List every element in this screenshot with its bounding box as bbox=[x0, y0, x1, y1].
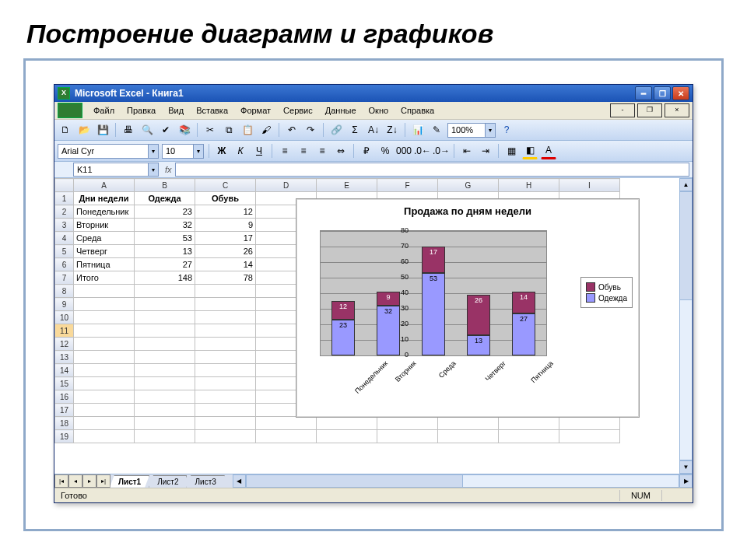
cell[interactable] bbox=[74, 417, 135, 430]
cell[interactable] bbox=[317, 417, 377, 430]
cell[interactable]: Понедельник bbox=[74, 205, 135, 219]
row-header[interactable]: 13 bbox=[55, 351, 74, 364]
cell[interactable] bbox=[74, 285, 135, 298]
cell[interactable] bbox=[195, 311, 256, 324]
print-preview-icon[interactable]: 🔍 bbox=[139, 122, 155, 138]
cell[interactable] bbox=[74, 351, 135, 364]
merge-center-icon[interactable]: ⇔ bbox=[333, 143, 349, 159]
open-icon[interactable]: 📂 bbox=[76, 122, 92, 138]
cell[interactable] bbox=[195, 298, 256, 311]
font-color-icon[interactable]: A bbox=[541, 142, 556, 159]
horizontal-scrollbar[interactable]: ◀ ▶ bbox=[233, 474, 693, 488]
cell[interactable] bbox=[74, 364, 135, 377]
cell[interactable] bbox=[135, 417, 195, 430]
cell[interactable] bbox=[135, 324, 195, 338]
cell[interactable] bbox=[135, 390, 195, 404]
cell[interactable] bbox=[74, 298, 135, 311]
column-header[interactable]: E bbox=[317, 179, 377, 192]
column-header[interactable]: F bbox=[377, 179, 438, 192]
scroll-up-icon[interactable]: ▲ bbox=[679, 178, 693, 191]
row-header[interactable]: 11 bbox=[55, 324, 74, 338]
cell[interactable]: 14 bbox=[195, 258, 256, 271]
cell[interactable] bbox=[195, 364, 256, 377]
row-header[interactable]: 15 bbox=[55, 377, 74, 390]
cell[interactable] bbox=[135, 351, 195, 364]
row-header[interactable]: 4 bbox=[55, 232, 74, 245]
menu-edit[interactable]: Правка bbox=[121, 104, 162, 117]
cell[interactable]: 23 bbox=[135, 205, 195, 219]
sheet-tab[interactable]: Лист3 bbox=[186, 475, 224, 488]
row-header[interactable]: 9 bbox=[55, 298, 74, 311]
close-button[interactable]: ✕ bbox=[672, 86, 689, 100]
hyperlink-icon[interactable]: 🔗 bbox=[328, 122, 344, 138]
cell[interactable]: Четверг bbox=[74, 245, 135, 258]
scroll-down-icon[interactable]: ▼ bbox=[679, 460, 693, 474]
align-left-icon[interactable]: ≡ bbox=[277, 143, 293, 159]
cell[interactable]: Дни недели bbox=[74, 192, 135, 205]
decrease-indent-icon[interactable]: ⇤ bbox=[459, 143, 475, 159]
cell[interactable] bbox=[256, 430, 317, 443]
cell[interactable] bbox=[195, 377, 256, 390]
tab-nav-last-icon[interactable]: ▸| bbox=[96, 474, 110, 488]
cell[interactable] bbox=[135, 430, 195, 443]
save-icon[interactable]: 💾 bbox=[95, 122, 110, 138]
cell[interactable] bbox=[135, 338, 195, 351]
column-header[interactable]: A bbox=[74, 179, 135, 192]
menu-help[interactable]: Справка bbox=[395, 104, 440, 117]
cell[interactable] bbox=[74, 404, 135, 417]
menu-window[interactable]: Окно bbox=[363, 104, 395, 117]
cell[interactable]: 148 bbox=[135, 271, 195, 285]
cell[interactable] bbox=[377, 430, 438, 443]
row-header[interactable]: 17 bbox=[55, 404, 74, 417]
row-header[interactable]: 5 bbox=[55, 245, 74, 258]
cell[interactable] bbox=[256, 417, 317, 430]
minimize-button[interactable]: ━ bbox=[635, 86, 652, 100]
scroll-left-icon[interactable]: ◀ bbox=[233, 474, 246, 488]
cell[interactable] bbox=[377, 417, 438, 430]
tab-nav-first-icon[interactable]: |◂ bbox=[54, 474, 68, 488]
sort-asc-icon[interactable]: A↓ bbox=[366, 122, 381, 138]
cell[interactable] bbox=[195, 285, 256, 298]
increase-indent-icon[interactable]: ⇥ bbox=[478, 143, 493, 159]
column-header[interactable]: I bbox=[559, 179, 620, 192]
tab-nav-prev-icon[interactable]: ◂ bbox=[68, 474, 82, 488]
cell[interactable] bbox=[74, 390, 135, 404]
align-right-icon[interactable]: ≡ bbox=[314, 143, 330, 159]
cell[interactable] bbox=[135, 285, 195, 298]
cell[interactable] bbox=[135, 364, 195, 377]
percent-icon[interactable]: % bbox=[377, 143, 393, 159]
embedded-chart[interactable]: Продажа по дням недели 23123295317132627… bbox=[296, 198, 640, 418]
chart-wizard-icon[interactable]: 📊 bbox=[410, 122, 426, 138]
row-header[interactable]: 12 bbox=[55, 338, 74, 351]
row-header[interactable]: 3 bbox=[55, 219, 74, 232]
name-box[interactable]: K11 ▾ bbox=[73, 163, 159, 177]
sheet-tab[interactable]: Лист2 bbox=[149, 475, 187, 488]
cell[interactable] bbox=[559, 417, 620, 430]
cell[interactable]: 27 bbox=[135, 258, 195, 271]
cell[interactable]: 26 bbox=[195, 245, 256, 258]
column-header[interactable]: B bbox=[135, 179, 195, 192]
borders-icon[interactable]: ▦ bbox=[503, 143, 519, 159]
cell[interactable] bbox=[74, 377, 135, 390]
fill-color-icon[interactable]: ◧ bbox=[522, 142, 538, 159]
cell[interactable] bbox=[195, 351, 256, 364]
menu-format[interactable]: Формат bbox=[234, 104, 277, 117]
row-header[interactable]: 6 bbox=[55, 258, 74, 271]
cell[interactable] bbox=[499, 430, 559, 443]
paste-icon[interactable]: 📋 bbox=[240, 122, 255, 138]
cell[interactable] bbox=[74, 324, 135, 338]
titlebar[interactable]: X Microsoft Excel - Книга1 ━ ❐ ✕ bbox=[54, 85, 693, 102]
cell[interactable] bbox=[135, 311, 195, 324]
cell[interactable] bbox=[135, 298, 195, 311]
row-header[interactable]: 14 bbox=[55, 364, 74, 377]
font-select[interactable]: Arial Cyr ▾ bbox=[58, 144, 159, 159]
cell[interactable]: 32 bbox=[135, 219, 195, 232]
column-header[interactable]: D bbox=[256, 179, 317, 192]
row-header[interactable]: 10 bbox=[55, 311, 74, 324]
column-header[interactable]: H bbox=[499, 179, 559, 192]
maximize-button[interactable]: ❐ bbox=[654, 86, 671, 100]
row-header[interactable]: 16 bbox=[55, 390, 74, 404]
menu-tools[interactable]: Сервис bbox=[277, 104, 319, 117]
sort-desc-icon[interactable]: Z↓ bbox=[384, 122, 400, 138]
drawing-icon[interactable]: ✎ bbox=[429, 122, 444, 138]
